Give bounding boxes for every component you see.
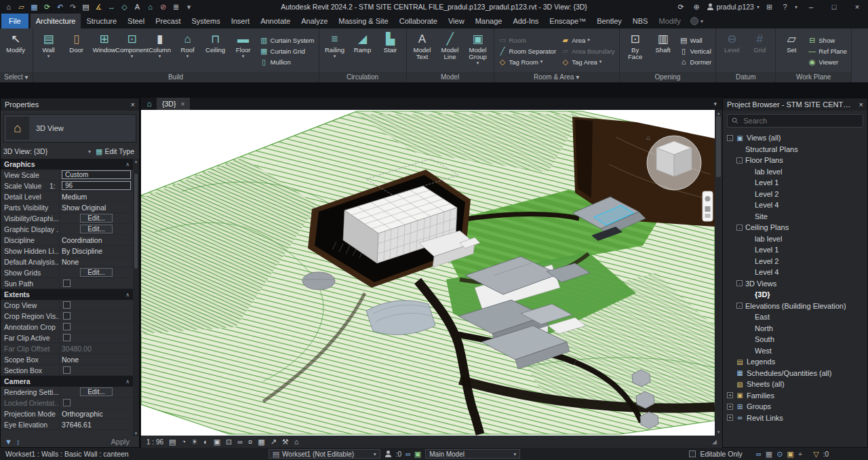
button-tag-area[interactable]: ◇Tag Area▾: [559, 57, 616, 67]
tree-item-south[interactable]: South: [723, 334, 867, 345]
button-by-face[interactable]: ⊡By Face: [622, 30, 649, 72]
button-model-text[interactable]: AModel Text: [409, 30, 436, 72]
button-wall[interactable]: ▤Wall▾: [35, 30, 62, 72]
measure-icon[interactable]: ∡: [93, 1, 104, 12]
select-underlay-icon[interactable]: ▦: [766, 450, 772, 459]
section-header-camera[interactable]: Camera∧: [1, 376, 133, 387]
tree-item-elevations-building-elevation[interactable]: -Elevations (Building Elevation): [723, 301, 867, 312]
button-stair[interactable]: ▙Stair: [377, 30, 404, 72]
ribbon-options[interactable]: ▾: [690, 14, 703, 28]
search-input[interactable]: [742, 116, 859, 126]
value-parts-visibility[interactable]: Show Original: [62, 204, 106, 212]
ribbon-tab-collaborate[interactable]: Collaborate: [394, 14, 443, 28]
value-box-view-scale[interactable]: Custom: [62, 170, 131, 179]
thin-lines-icon[interactable]: ≣: [170, 1, 182, 12]
ribbon-tab-manage[interactable]: Manage: [470, 14, 508, 28]
expander-icon[interactable]: -: [736, 303, 743, 309]
type-selector[interactable]: ⌂ 3D View: [3, 114, 136, 142]
apply-button[interactable]: Apply: [111, 438, 130, 446]
value-projection-mode[interactable]: Orthographic: [62, 410, 103, 418]
button-floor[interactable]: ▬Floor▾: [230, 30, 257, 72]
button-roof[interactable]: ⌂Roof▾: [174, 30, 201, 72]
tree-item-level-1[interactable]: Level 1: [723, 177, 867, 189]
button-area[interactable]: ▰Area▾: [559, 35, 616, 45]
ribbon-tab-file[interactable]: File: [1, 14, 28, 28]
tree-item-west[interactable]: West: [723, 345, 867, 357]
button-door[interactable]: ▯Door: [63, 30, 90, 72]
value-show-hidden-li[interactable]: By Discipline: [62, 247, 102, 255]
ribbon-tab-structure[interactable]: Structure: [81, 14, 122, 28]
tree-item-legends[interactable]: ▤Legends: [723, 356, 867, 368]
checkbox-annotation-crop[interactable]: [63, 323, 71, 330]
value-discipline[interactable]: Coordination: [62, 236, 102, 244]
properties-header[interactable]: Properties ×: [1, 98, 139, 111]
expander-icon[interactable]: -: [727, 135, 733, 141]
ribbon-tab-massing-site[interactable]: Massing & Site: [333, 14, 393, 28]
aligned-dimension-icon[interactable]: ↔: [106, 1, 117, 12]
filter-icon[interactable]: ▽: [813, 450, 818, 459]
minimize-button[interactable]: –: [802, 0, 821, 14]
temporary-view-properties-icon[interactable]: ▦: [258, 438, 264, 446]
button-show[interactable]: ⊟Show: [806, 35, 848, 45]
expander-icon[interactable]: +: [727, 404, 733, 410]
worksharing-display-icon[interactable]: ⚒: [282, 438, 289, 446]
edit-button-graphic-display[interactable]: Edit...: [80, 225, 113, 233]
visual-style-icon[interactable]: ◔: [181, 438, 186, 446]
tree-item-families[interactable]: +▣Families: [723, 390, 867, 402]
print-icon[interactable]: ▤: [80, 1, 92, 12]
vertical-scrollbar[interactable]: ▴ ▾: [715, 110, 722, 436]
tree-item-north[interactable]: North: [723, 323, 867, 334]
ribbon-tab-insert[interactable]: Insert: [226, 14, 256, 28]
button-set[interactable]: ▱Set: [778, 30, 805, 72]
edit-button-rendering-setti[interactable]: Edit...: [80, 387, 113, 396]
displaced-elements-icon[interactable]: ↗: [271, 438, 277, 446]
checkbox-sun-path[interactable]: [63, 280, 71, 287]
button-viewer[interactable]: ◉Viewer: [806, 57, 848, 67]
tree-item-revit-links[interactable]: +∞Revit Links: [723, 413, 867, 424]
value-scope-box[interactable]: None: [62, 356, 79, 364]
home-icon[interactable]: ⌂: [3, 1, 14, 12]
ribbon-tab-architecture[interactable]: Architecture: [31, 14, 81, 28]
view-tab-3d[interactable]: {3D} ×: [157, 98, 190, 110]
value-detail-level[interactable]: Medium: [62, 193, 87, 201]
close-icon[interactable]: ×: [859, 100, 863, 109]
expander-icon[interactable]: -: [736, 280, 743, 286]
tree-item-lab-level[interactable]: lab level: [723, 233, 867, 245]
scrollbar-thumb[interactable]: [134, 174, 138, 269]
tree-item-views-all[interactable]: -▣Views (all): [723, 132, 867, 144]
open-icon[interactable]: ▱: [16, 1, 27, 12]
help-icon[interactable]: ?: [779, 1, 791, 12]
text-icon[interactable]: A: [132, 1, 143, 12]
sync-status-icon[interactable]: ⟳: [675, 1, 687, 12]
ribbon-tab-enscape[interactable]: Enscape™: [544, 14, 591, 28]
expander-icon[interactable]: -: [736, 225, 743, 231]
tree-item-sheets-all[interactable]: ▧Sheets (all): [723, 379, 867, 390]
expander-icon[interactable]: +: [727, 415, 733, 421]
close-icon[interactable]: ×: [180, 100, 184, 108]
ribbon-tab-view[interactable]: View: [443, 14, 470, 28]
button-wall[interactable]: ▤Wall: [678, 35, 713, 45]
scroll-up-icon[interactable]: ▴: [717, 111, 720, 116]
checkbox-crop-view[interactable]: [63, 301, 71, 309]
save-icon[interactable]: ▦: [28, 1, 40, 12]
tree-item-groups[interactable]: +⊞Groups: [723, 401, 867, 413]
expander-icon[interactable]: +: [727, 392, 733, 398]
account-menu[interactable]: pradul.p123 ▾: [707, 3, 760, 11]
edit-button-show-grids[interactable]: Edit...: [80, 268, 113, 277]
button-vertical[interactable]: ▯Vertical: [678, 46, 713, 56]
tree-item-level-2[interactable]: Level 2: [723, 189, 867, 200]
app-store-icon[interactable]: ⊞: [764, 1, 775, 12]
scroll-down-icon[interactable]: ▾: [717, 429, 720, 435]
tree-item-schedules-quantities-all[interactable]: ▦Schedules/Quantities (all): [723, 368, 867, 379]
properties-expand-icon[interactable]: ↕: [16, 438, 20, 446]
active-workset-dropdown[interactable]: ▤ Workset1 (Not Editable) ▾: [269, 449, 380, 459]
tag-by-category-icon[interactable]: ◇: [119, 1, 130, 12]
ribbon-tab-steel[interactable]: Steel: [122, 14, 150, 28]
tab-list-icon[interactable]: ▾: [713, 100, 719, 107]
design-option-dropdown[interactable]: Main Model ▾: [425, 449, 520, 459]
button-modify[interactable]: ↖Modify: [2, 30, 29, 72]
ribbon-tab-bentley[interactable]: Bentley: [591, 14, 627, 28]
checkbox-crop-region-vis[interactable]: [63, 312, 71, 320]
shadows-icon[interactable]: ◐: [203, 438, 208, 446]
detail-level-icon[interactable]: ▤: [169, 438, 176, 446]
